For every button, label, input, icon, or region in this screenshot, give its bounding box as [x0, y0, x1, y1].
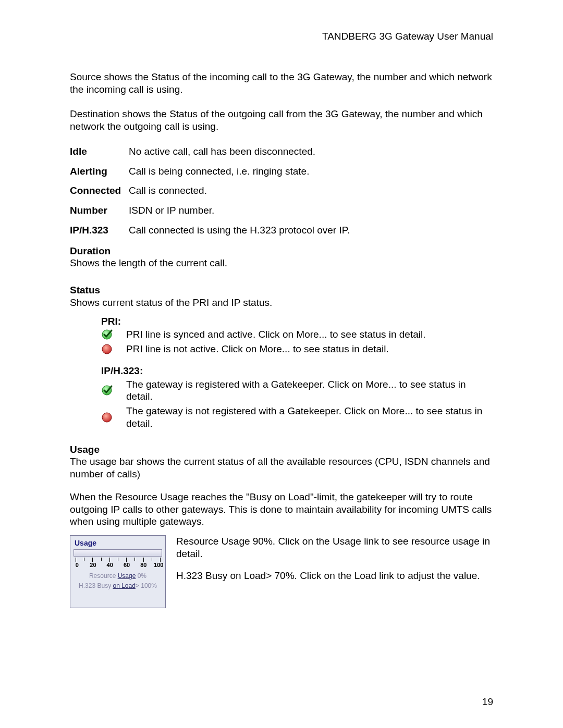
pri-bad-text: PRI line is not active. Click on More...… — [126, 343, 389, 355]
pri-title: PRI: — [101, 315, 493, 328]
usage-p2: When the Resource Usage reaches the "Bus… — [70, 491, 493, 528]
ip-ok-text: The gateway is registered with a Gatekee… — [126, 378, 493, 403]
definition-term: IP/H.323 — [70, 224, 129, 237]
usage-section: Usage The usage bar shows the current st… — [70, 443, 493, 608]
status-section: Status Shows current status of the PRI a… — [70, 284, 493, 430]
scale-label: 0 — [76, 562, 79, 569]
usage-line2-prefix: H.323 Busy — [79, 582, 113, 589]
usage-line-1: Resource Usage 0% — [74, 572, 162, 580]
scale-label: 40 — [107, 562, 113, 569]
duration-title: Duration — [70, 245, 493, 257]
definition-row: Idle No active call, call has been disco… — [70, 145, 493, 158]
definition-desc: Call is being connected, i.e. ringing st… — [129, 165, 493, 178]
usage-line1-prefix: Resource — [89, 572, 118, 579]
definition-term: Number — [70, 204, 129, 217]
usage-bar — [74, 549, 162, 557]
duration-desc: Shows the length of the current call. — [70, 257, 493, 269]
usage-right-p1: Resource Usage 90%. Click on the Usage l… — [176, 535, 493, 560]
usage-line1-suffix: 0% — [136, 572, 146, 579]
document-title: TANDBERG 3G Gateway User Manual — [322, 31, 493, 42]
duration-section: Duration Shows the length of the current… — [70, 245, 493, 270]
usage-widget-title: Usage — [74, 539, 162, 548]
definition-row: Number ISDN or IP number. — [70, 204, 493, 217]
usage-line-2: H.323 Busy on Load> 100% — [74, 582, 162, 590]
status-desc: Shows current status of the PRI and IP s… — [70, 297, 493, 309]
page-content: TANDBERG 3G Gateway User Manual Source s… — [0, 0, 563, 608]
usage-area: Usage — [70, 535, 493, 608]
usage-line2-suffix: > 100% — [136, 582, 157, 589]
pri-ok-text: PRI line is synced and active. Click on … — [126, 328, 426, 341]
scale-label: 80 — [140, 562, 146, 569]
usage-link[interactable]: Usage — [118, 572, 136, 579]
check-icon — [101, 385, 115, 396]
check-icon — [101, 329, 115, 340]
page-number: 19 — [482, 696, 493, 708]
usage-widget: Usage — [70, 535, 166, 608]
scale-label: 20 — [90, 562, 96, 569]
definition-desc: Call connected is using the H.323 protoc… — [129, 224, 493, 237]
ip-bad-row: The gateway is not registered with a Gat… — [101, 405, 493, 430]
definitions-table: Idle No active call, call has been disco… — [70, 145, 493, 237]
status-title: Status — [70, 284, 493, 297]
definition-term: Alerting — [70, 165, 129, 178]
pri-ok-row: PRI line is synced and active. Click on … — [101, 328, 493, 341]
on-load-link[interactable]: on Load — [113, 582, 135, 589]
definition-desc: No active call, call has been disconnect… — [129, 145, 493, 158]
intro-paragraph-2: Destination shows the Status of the outg… — [70, 108, 493, 133]
usage-right-text: Resource Usage 90%. Click on the Usage l… — [176, 535, 493, 591]
alert-icon — [101, 343, 115, 355]
usage-title: Usage — [70, 443, 493, 456]
usage-right-p2: H.323 Busy on Load> 70%. Click on the Lo… — [176, 570, 493, 582]
ip-title: IP/H.323: — [101, 365, 493, 377]
definition-term: Connected — [70, 184, 129, 197]
ip-ok-row: The gateway is registered with a Gatekee… — [101, 378, 493, 403]
usage-scale: 0 20 40 60 80 100 — [74, 558, 162, 570]
definition-term: Idle — [70, 145, 129, 158]
pri-bad-row: PRI line is not active. Click on More...… — [101, 343, 493, 355]
alert-icon — [101, 412, 115, 423]
definition-desc: Call is connected. — [129, 184, 493, 197]
pri-block: PRI: PRI line is synced and active. Clic… — [101, 315, 493, 355]
ip-bad-text: The gateway is not registered with a Gat… — [126, 405, 493, 430]
usage-p1: The usage bar shows the current status o… — [70, 455, 493, 480]
definition-desc: ISDN or IP number. — [129, 204, 493, 217]
scale-label: 100 — [154, 562, 163, 569]
definition-row: Connected Call is connected. — [70, 184, 493, 197]
page-header: TANDBERG 3G Gateway User Manual — [70, 30, 493, 43]
ip-block: IP/H.323: The gateway is registered with… — [101, 365, 493, 430]
definition-row: Alerting Call is being connected, i.e. r… — [70, 165, 493, 178]
scale-label: 60 — [124, 562, 130, 569]
svg-point-3 — [102, 413, 112, 422]
svg-point-1 — [102, 344, 112, 354]
intro-paragraph-1: Source shows the Status of the incoming … — [70, 71, 493, 96]
definition-row: IP/H.323 Call connected is using the H.3… — [70, 224, 493, 237]
